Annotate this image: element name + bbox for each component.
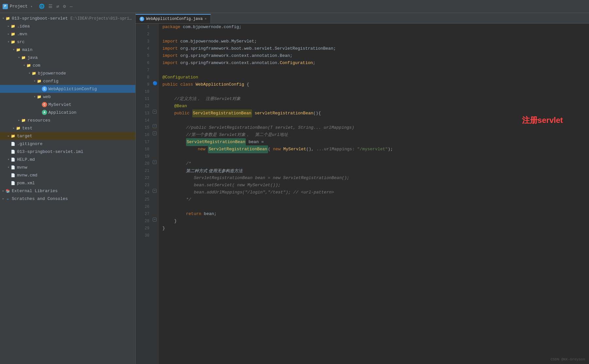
- tree-root[interactable]: 📁 013-springboot-servlet E:\IDEA\Project…: [0, 14, 135, 22]
- src-label: src: [17, 40, 134, 44]
- tab-webapplictionconfig[interactable]: C WebApplictionConfig.java ×: [136, 14, 211, 23]
- root-label: 013-springboot-servlet E:\IDEA\Projects\…: [12, 16, 134, 21]
- sidebar-item-pom[interactable]: 📄 pom.xml: [0, 179, 135, 187]
- sidebar-item-test[interactable]: 📁 test: [0, 124, 135, 132]
- myservlet-icon: C: [42, 102, 47, 107]
- code-line-27: return bean;: [162, 210, 589, 218]
- code-line-17: ServletRegistrationBean bean =: [162, 139, 589, 146]
- fold-icon-15[interactable]: −: [153, 124, 157, 128]
- project-dropdown-arrow[interactable]: [30, 5, 34, 8]
- mvn-folder-icon: 📁: [10, 31, 16, 37]
- scratch-arrow: [1, 197, 5, 201]
- title-bar-icons: 🌐 ☰ ⇄ ⚙ —: [39, 4, 73, 9]
- tab-file-icon: C: [140, 17, 144, 21]
- code-line-5: import org.springframework.context.annot…: [162, 52, 589, 59]
- sidebar-item-scratches[interactable]: ✏ Scratches and Consoles: [0, 195, 135, 203]
- sidebar-item-webapplictionconfig[interactable]: C WebApplictionConfig: [0, 85, 135, 93]
- sidebar-item-gitignore[interactable]: 📄 .gitignore: [0, 140, 135, 148]
- sidebar-item-idea[interactable]: 📁 .idea: [0, 22, 135, 30]
- code-line-20: /*: [162, 160, 589, 167]
- sidebar-item-mvnwcmd[interactable]: 📄 mvnw.cmd: [0, 171, 135, 179]
- project-tree[interactable]: 📁 013-springboot-servlet E:\IDEA\Project…: [0, 13, 135, 364]
- structure-icon[interactable]: ☰: [48, 4, 53, 9]
- test-folder-icon: 📁: [16, 125, 21, 131]
- code-line-3: import com.bjpowernode.web.MyServlet;: [162, 38, 589, 45]
- fold-icon-28[interactable]: −: [153, 218, 157, 222]
- sidebar-item-main[interactable]: 📁 main: [0, 46, 135, 54]
- code-line-11: //定义方法， 注册Servlet对象: [162, 95, 589, 103]
- sidebar-item-myservlet[interactable]: C MyServlet: [0, 101, 135, 108]
- code-line-25: */: [162, 196, 589, 203]
- code-line-12: @Bean: [162, 103, 589, 110]
- sidebar-item-mvn[interactable]: 📁 .mvn: [0, 30, 135, 38]
- code-gutter: 🔵 − − − − − −: [152, 24, 159, 364]
- java-label: java: [27, 55, 134, 60]
- code-editor[interactable]: 1 2 3 4 5 6 7 8 9 10 11 12 13 14 15 16 1…: [136, 24, 589, 364]
- minimize-icon[interactable]: —: [70, 4, 72, 9]
- fold-icon-13[interactable]: −: [153, 110, 157, 114]
- app-label: Application: [48, 110, 134, 115]
- sidebar-item-web[interactable]: 📁 web: [0, 93, 135, 101]
- target-label: target: [17, 134, 134, 139]
- help-arrow: [7, 157, 10, 161]
- gitignore-label: .gitignore: [17, 141, 134, 146]
- test-label: test: [22, 126, 134, 131]
- fold-icon-20[interactable]: −: [153, 160, 157, 164]
- code-line-9: public class WebApplictionConfig {: [162, 81, 589, 88]
- com-arrow: [22, 63, 26, 67]
- root-arrow: [1, 16, 5, 20]
- fold-icon-25[interactable]: −: [153, 189, 157, 193]
- code-line-14: [162, 117, 589, 124]
- target-folder-icon: 📁: [10, 133, 16, 139]
- sidebar-item-mvnw[interactable]: 📄 mvnw: [0, 163, 135, 171]
- main-layout: 📁 013-springboot-servlet E:\IDEA\Project…: [0, 13, 589, 364]
- target-arrow: [7, 134, 10, 138]
- app-icon: A: [42, 110, 47, 115]
- scratch-label: Scratches and Consoles: [12, 196, 134, 201]
- code-line-30: [162, 232, 589, 239]
- sidebar-item-bjpowernode[interactable]: 📁 bjpowernode: [0, 69, 135, 77]
- com-label: com: [33, 63, 134, 68]
- code-content[interactable]: package com.bjpowernode.config; import c…: [159, 24, 589, 364]
- main-folder-icon: 📁: [16, 47, 21, 52]
- code-line-4: import org.springframework.boot.web.serv…: [162, 45, 589, 52]
- myservlet-label: MyServlet: [48, 102, 134, 107]
- idea-folder-icon: 📁: [10, 24, 16, 29]
- line-numbers: 1 2 3 4 5 6 7 8 9 10 11 12 13 14 15 16 1…: [136, 24, 152, 364]
- resources-arrow: [17, 118, 21, 122]
- sidebar-item-com[interactable]: 📁 com: [0, 61, 135, 69]
- title-bar-left: P Project: [3, 4, 34, 9]
- code-line-24: bean.addUrlMappings("/login","/test"); /…: [162, 189, 589, 196]
- sidebar-item-target[interactable]: 📁 target: [0, 132, 135, 140]
- sidebar-item-java[interactable]: 📁 java: [0, 54, 135, 61]
- code-line-29: }: [162, 225, 589, 232]
- sidebar-item-external-libraries[interactable]: 📚 External Libraries: [0, 187, 135, 195]
- gutter-icon-9: 🔵: [153, 81, 158, 86]
- globe-icon[interactable]: 🌐: [39, 4, 44, 9]
- sidebar-item-iml[interactable]: 📄 013-springboot-servlet.iml: [0, 148, 135, 156]
- title-bar-project-label[interactable]: Project: [10, 4, 28, 9]
- code-line-1: package com.bjpowernode.config;: [162, 24, 589, 31]
- idea-arrow: [7, 24, 10, 28]
- mvn-arrow: [7, 32, 10, 36]
- code-line-26: [162, 203, 589, 210]
- resources-folder-icon: 📁: [21, 118, 26, 123]
- java-arrow: [17, 56, 21, 59]
- fold-icon-16[interactable]: −: [153, 131, 157, 135]
- sync-icon[interactable]: ⇄: [57, 4, 59, 9]
- sidebar-item-config[interactable]: 📁 config: [0, 77, 135, 85]
- sidebar-item-resources[interactable]: 📁 resources: [0, 116, 135, 124]
- sidebar-item-src[interactable]: 📁 src: [0, 38, 135, 46]
- sidebar-item-help[interactable]: 📄 HELP.md: [0, 156, 135, 163]
- help-label: HELP.md: [17, 157, 134, 162]
- title-bar: P Project 🌐 ☰ ⇄ ⚙ —: [0, 0, 589, 13]
- sidebar-item-application[interactable]: A Application: [0, 108, 135, 116]
- tab-close-button[interactable]: ×: [205, 17, 207, 21]
- ext-lib-label: External Libraries: [12, 189, 134, 193]
- mvn-label: .mvn: [17, 32, 134, 37]
- settings-icon[interactable]: ⚙: [63, 4, 66, 9]
- com-folder-icon: 📁: [26, 63, 31, 68]
- web-folder-icon: 📁: [37, 94, 42, 99]
- editor-area: C WebApplictionConfig.java × 1 2 3 4 5 6…: [136, 13, 589, 364]
- web-arrow: [33, 95, 37, 99]
